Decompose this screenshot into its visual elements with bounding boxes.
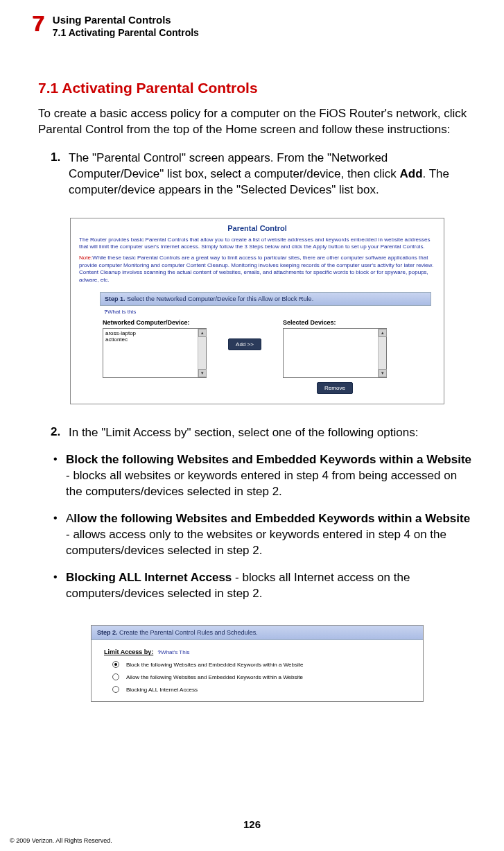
- networked-devices-label: Networked Computer/Device:: [103, 319, 207, 326]
- add-button[interactable]: Add >>: [228, 338, 261, 350]
- step-1: 1. The "Parental Control" screen appears…: [38, 151, 476, 198]
- bullet-icon: •: [53, 511, 66, 559]
- networked-devices-listbox[interactable]: aross-laptop actiontec ▴ ▾: [103, 328, 207, 378]
- what-is-this-link[interactable]: ?What is this: [104, 309, 435, 315]
- chapter-number: 7: [32, 12, 44, 35]
- screenshot-description: The Router provides basic Parental Contr…: [79, 237, 435, 251]
- remove-button[interactable]: Remove: [317, 382, 353, 394]
- selected-devices-label: Selected Devices:: [283, 319, 387, 326]
- page-header: 7 Using Parental Controls 7.1 Activating…: [0, 0, 504, 38]
- copyright: © 2009 Verizon. All Rights Reserved.: [10, 837, 112, 844]
- step-1-text: The "Parental Control" screen appears. F…: [69, 151, 476, 198]
- scrollbar[interactable]: ▴ ▾: [198, 329, 206, 377]
- scroll-down-icon[interactable]: ▾: [198, 369, 207, 377]
- bullet-icon: •: [53, 570, 66, 602]
- step2-bar: Step 2. Create the Parental Control Rule…: [92, 626, 423, 640]
- list-item[interactable]: actiontec: [105, 336, 196, 343]
- whats-this-link[interactable]: ?What's This: [157, 649, 189, 655]
- screenshot-title: Parental Control: [79, 224, 435, 232]
- page-number: 126: [0, 818, 504, 830]
- step1-bar: Step 1. Select the Networked Computer/De…: [100, 292, 431, 306]
- limit-access-label: Limit Access by:: [104, 648, 153, 655]
- bullet-block-all: • Blocking ALL Internet Access - blocks …: [38, 570, 476, 602]
- bullet-block: • Block the following Websites and Embed…: [38, 452, 476, 500]
- scroll-up-icon[interactable]: ▴: [379, 329, 387, 337]
- bullet-icon: •: [53, 452, 66, 500]
- step-2-text: In the "Limit Access by" section, select…: [69, 425, 476, 441]
- radio-icon[interactable]: [112, 686, 119, 693]
- header-title: Using Parental Controls: [53, 14, 199, 26]
- selected-devices-listbox[interactable]: ▴ ▾: [283, 328, 387, 378]
- radio-option-block[interactable]: Block the following Websites and Embedde…: [112, 661, 423, 668]
- radio-option-allow[interactable]: Allow the following Websites and Embedde…: [112, 673, 423, 680]
- parental-control-screenshot: Parental Control The Router provides bas…: [70, 218, 444, 404]
- bullet-allow: • Allow the following Websites and Embed…: [38, 511, 476, 559]
- scrollbar[interactable]: ▴ ▾: [378, 329, 386, 377]
- limit-access-screenshot: Step 2. Create the Parental Control Rule…: [91, 625, 424, 702]
- radio-icon[interactable]: [112, 661, 119, 668]
- step-2: 2. In the "Limit Access by" section, sel…: [38, 425, 476, 441]
- radio-icon[interactable]: [112, 673, 119, 680]
- scroll-up-icon[interactable]: ▴: [198, 329, 207, 337]
- step-1-number: 1.: [51, 151, 69, 198]
- radio-option-block-all[interactable]: Blocking ALL Internet Access: [112, 686, 423, 693]
- list-item[interactable]: aross-laptop: [105, 330, 196, 336]
- section-heading: 7.1 Activating Parental Controls: [38, 80, 476, 96]
- add-keyword: Add: [400, 167, 423, 180]
- header-subtitle: 7.1 Activating Parental Controls: [53, 27, 199, 38]
- intro-paragraph: To create a basic access policy for a co…: [38, 106, 476, 138]
- scroll-down-icon[interactable]: ▾: [379, 369, 387, 377]
- step-2-number: 2.: [51, 425, 69, 441]
- screenshot-note: Note:While these basic Parental Controls…: [79, 255, 435, 284]
